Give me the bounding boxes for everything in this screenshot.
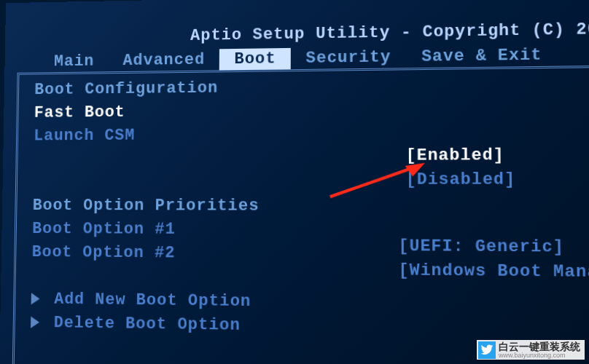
value-column-2: [UEFI: Generic] [Windows Boot Manag bbox=[399, 234, 589, 285]
section-boot-priorities: Boot Option Priorities bbox=[33, 194, 589, 219]
tab-boot[interactable]: Boot bbox=[219, 48, 291, 70]
launch-csm-label: Launch CSM bbox=[34, 127, 135, 146]
delete-boot-option-label: Delete Boot Option bbox=[54, 314, 241, 335]
fast-boot-value[interactable]: [Enabled] bbox=[406, 143, 589, 168]
item-fast-boot[interactable]: Fast Boot bbox=[34, 97, 589, 125]
bios-screen: Aptio Setup Utility - Copyright (C) 20 M… bbox=[0, 0, 589, 364]
tab-security[interactable]: Security bbox=[291, 47, 406, 70]
launch-csm-value[interactable]: [Disabled] bbox=[406, 167, 589, 192]
triangle-icon bbox=[31, 317, 39, 328]
boot-option-1-label: Boot Option #1 bbox=[32, 220, 176, 239]
watermark: 白云一键重装系统 www.baiyunxitong.com bbox=[477, 340, 585, 360]
boot-option-2-label: Boot Option #2 bbox=[32, 243, 176, 263]
content-frame: Boot Configuration Fast Boot Launch CSM … bbox=[12, 66, 589, 364]
fast-boot-label: Fast Boot bbox=[34, 103, 125, 122]
bird-icon bbox=[478, 341, 496, 359]
value-column-1: [Enabled] [Disabled] bbox=[406, 143, 589, 193]
boot-option-1-value[interactable]: [UEFI: Generic] bbox=[399, 234, 589, 261]
header-title: Aptio Setup Utility - Copyright (C) 20 bbox=[190, 20, 589, 45]
bios-header: Aptio Setup Utility - Copyright (C) 20 bbox=[5, 0, 589, 48]
watermark-text: 白云一键重装系统 www.baiyunxitong.com bbox=[499, 341, 580, 360]
boot-option-2-value[interactable]: [Windows Boot Manag bbox=[399, 259, 589, 285]
add-boot-option-label: Add New Boot Option bbox=[54, 290, 251, 312]
watermark-main: 白云一键重装系统 bbox=[499, 341, 580, 352]
tab-advanced[interactable]: Advanced bbox=[109, 49, 220, 71]
tab-save-exit[interactable]: Save & Exit bbox=[406, 44, 558, 68]
watermark-sub: www.baiyunxitong.com bbox=[499, 352, 580, 360]
tab-main[interactable]: Main bbox=[40, 51, 109, 73]
triangle-icon bbox=[31, 293, 40, 304]
